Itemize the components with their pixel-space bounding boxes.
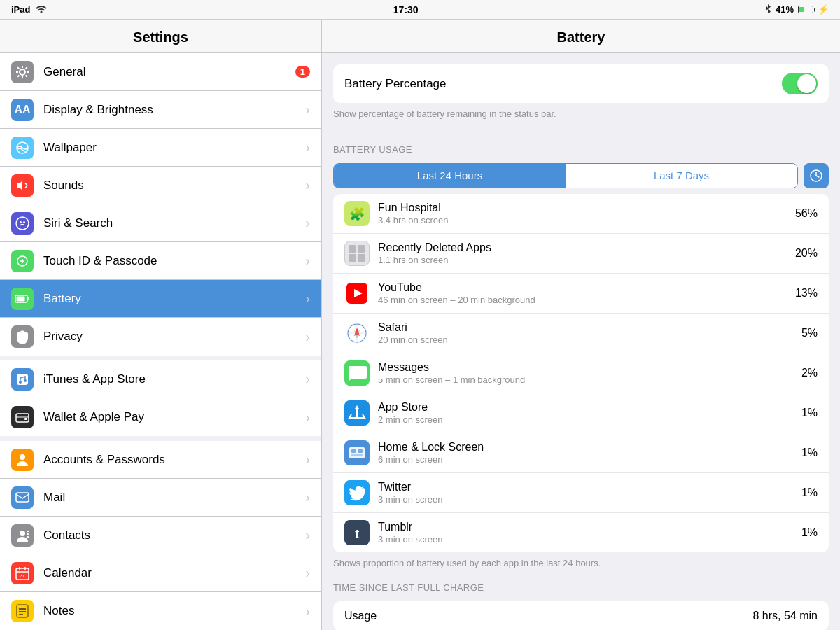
status-left: iPad [11,4,47,15]
sidebar-item-touchid[interactable]: Touch ID & Passcode [0,242,321,280]
safari-icon [344,321,370,346]
fun-hospital-icon: 🧩 [344,201,370,226]
notes-chevron [305,603,310,620]
twitter-icon [344,480,370,505]
svg-rect-33 [17,605,28,617]
sidebar-item-itunes[interactable]: iTunes & App Store [0,360,321,398]
calendar-icon: 31 [11,562,34,584]
svg-rect-26 [27,533,29,535]
sidebar-item-mail[interactable]: Mail [0,479,321,517]
app-row-safari[interactable]: Safari 20 min on screen 5% [333,314,829,354]
twitter-name: Twitter [378,481,802,493]
fun-hospital-info: Fun Hospital 3.4 hrs on screen [378,202,795,225]
status-bar: iPad 17:30 41% ⚡ [0,0,840,20]
siri-label: Siri & Search [43,216,305,230]
youtube-icon [344,281,370,306]
svg-line-39 [816,176,819,177]
svg-point-18 [24,379,27,382]
siri-chevron [305,215,310,231]
svg-text:t: t [355,526,360,541]
battery-icon [798,6,813,13]
sidebar-item-calendar[interactable]: 31 Calendar [0,554,321,592]
recently-deleted-pct: 20% [795,247,818,260]
app-row-tumblr[interactable]: t Tumblr 3 min on screen 1% [333,513,829,552]
youtube-name: YouTube [378,281,795,294]
ipad-label: iPad [11,4,30,15]
sidebar-item-wallpaper[interactable]: Wallpaper [0,129,321,167]
accounts-chevron [305,451,310,468]
sidebar-item-general[interactable]: General 1 [0,53,321,91]
status-right: 41% ⚡ [764,4,829,15]
svg-point-12 [23,221,25,223]
battery-menu-icon [11,288,34,310]
app-row-messages[interactable]: Messages 5 min on screen – 1 min backgro… [333,354,829,393]
messages-icon [344,360,370,386]
svg-rect-46 [358,254,365,262]
sidebar-item-siri[interactable]: Siri & Search [0,204,321,242]
display-chevron [305,102,310,118]
tumblr-pct: 1% [802,526,818,539]
itunes-icon [11,368,34,391]
svg-text:31: 31 [20,574,25,578]
homescreen-name: Home & Lock Screen [378,441,802,454]
app-row-funhospital[interactable]: 🧩 Fun Hospital 3.4 hrs on screen 56% [333,194,829,234]
general-badge: 1 [295,66,310,78]
app-list: 🧩 Fun Hospital 3.4 hrs on screen 56% Rec… [333,194,829,552]
wallet-label: Wallet & Apple Pay [43,410,305,424]
svg-point-22 [20,454,25,460]
general-icon [11,61,34,83]
fun-hospital-pct: 56% [795,207,818,220]
twitter-pct: 1% [802,486,818,499]
tumblr-name: Tumblr [378,521,802,533]
recently-deleted-sub: 1.1 hrs on screen [378,255,795,265]
display-label: Display & Brightness [43,103,305,117]
time-icon-button[interactable] [804,163,829,188]
svg-line-8 [18,75,19,76]
sidebar-item-contacts[interactable]: Contacts [0,517,321,554]
svg-rect-23 [16,493,29,502]
app-row-homescreen[interactable]: Home & Lock Screen 6 min on screen 1% [333,433,829,473]
recently-deleted-info: Recently Deleted Apps 1.1 hrs on screen [378,241,795,265]
settings-group-2: iTunes & App Store Wallet & Apple Pay [0,360,321,436]
contacts-chevron [305,527,310,543]
settings-group-3: Accounts & Passwords Mail Contacts 31 [0,441,321,630]
itunes-label: iTunes & App Store [43,372,305,386]
app-row-recently-deleted[interactable]: Recently Deleted Apps 1.1 hrs on screen … [333,234,829,274]
homescreen-sub: 6 min on screen [378,454,802,465]
content-title: Battery [322,20,840,53]
sidebar-item-display[interactable]: AA Display & Brightness [0,91,321,129]
svg-rect-27 [27,536,29,538]
svg-rect-64 [358,449,363,453]
sidebar-item-sounds[interactable]: Sounds [0,167,321,204]
app-row-appstore[interactable]: App Store 2 min on screen 1% [333,393,829,433]
youtube-sub: 46 min on screen – 20 min background [378,295,795,305]
wallet-icon [11,406,34,428]
sidebar-item-notes[interactable]: Notes [0,592,321,630]
notes-icon [11,600,34,622]
touchid-icon [11,250,34,272]
app-row-twitter[interactable]: Twitter 3 min on screen 1% [333,473,829,513]
segment-24h[interactable]: Last 24 Hours [334,164,566,188]
youtube-info: YouTube 46 min on screen – 20 min backgr… [378,281,795,305]
sidebar-item-battery[interactable]: Battery [0,280,321,318]
svg-rect-15 [17,296,25,301]
app-row-youtube[interactable]: YouTube 46 min on screen – 20 min backgr… [333,274,829,314]
sidebar-item-privacy[interactable]: Privacy [0,318,321,356]
sidebar-item-accounts[interactable]: Accounts & Passwords [0,441,321,479]
homescreen-icon [344,440,370,465]
svg-rect-16 [17,374,28,385]
accounts-label: Accounts & Passwords [43,453,305,467]
sidebar-item-wallet[interactable]: Wallet & Apple Pay [0,398,321,436]
touchid-label: Touch ID & Passcode [43,254,305,268]
sounds-chevron [305,177,310,193]
battery-pct-toggle[interactable] [782,73,818,94]
toggle-knob [797,74,816,93]
calendar-label: Calendar [43,566,305,580]
svg-rect-45 [349,254,356,262]
svg-rect-44 [358,245,365,253]
messages-name: Messages [378,361,802,374]
usage-row: Usage 8 hrs, 54 min [333,601,829,630]
segment-7d[interactable]: Last 7 Days [566,164,797,188]
homescreen-info: Home & Lock Screen 6 min on screen [378,441,802,465]
recently-deleted-name: Recently Deleted Apps [378,241,795,254]
